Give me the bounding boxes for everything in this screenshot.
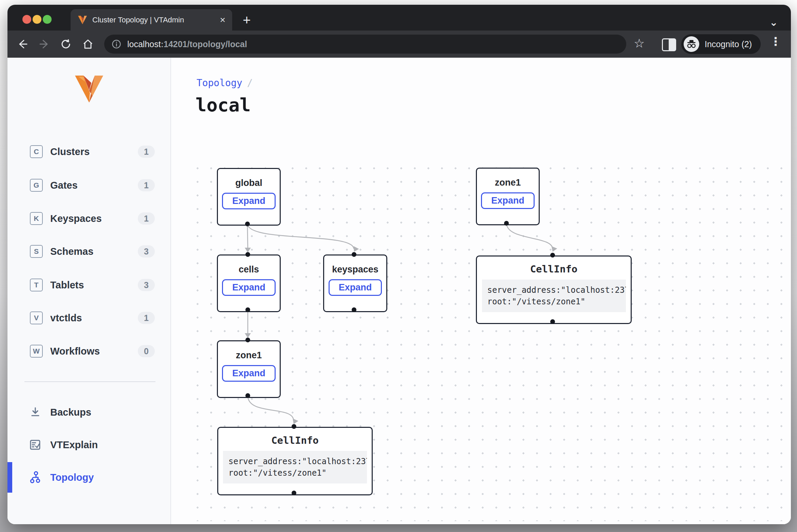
- sidebar-item-keyspaces[interactable]: K Keyspaces 1: [7, 208, 170, 229]
- node-cellinfo-bottom[interactable]: CellInfo server_address:"localhost:2379"…: [217, 427, 373, 495]
- sidebar-item-gates[interactable]: G Gates 1: [7, 175, 170, 195]
- sidebar-item-topology[interactable]: Topology: [7, 467, 170, 488]
- count-badge: 1: [138, 146, 155, 158]
- sidebar-item-label: Clusters: [50, 146, 90, 157]
- node-cellinfo-right[interactable]: CellInfo server_address:"localhost:2379"…: [476, 255, 632, 324]
- sidebar-item-label: VTExplain: [50, 439, 98, 451]
- keyspaces-letter-icon: K: [30, 212, 43, 225]
- sidebar-item-label: vtctlds: [50, 312, 82, 324]
- sidebar-divider: [24, 381, 155, 382]
- browser-window: Cluster Topology | VTAdmin × + ⌄: [7, 5, 791, 524]
- expand-button[interactable]: Expand: [481, 192, 535, 209]
- breadcrumb: Topology/: [197, 77, 253, 89]
- page-title: local: [196, 94, 251, 116]
- main-content: Topology/ local global Expand zone1 Expa…: [171, 58, 791, 524]
- vitess-logo: [75, 75, 103, 103]
- url-host: localhost: [127, 39, 161, 49]
- node-title: zone1: [236, 350, 262, 361]
- sidebar-item-backups[interactable]: Backups: [7, 402, 170, 422]
- maximize-window-button[interactable]: [43, 15, 52, 24]
- node-title: keyspaces: [332, 264, 378, 275]
- vtctlds-letter-icon: V: [30, 311, 43, 324]
- side-panel-icon[interactable]: [662, 38, 676, 51]
- gates-letter-icon: G: [30, 179, 43, 192]
- node-title: cells: [239, 264, 259, 275]
- new-tab-button[interactable]: +: [238, 11, 256, 29]
- node-title: CellInfo: [271, 435, 319, 446]
- expand-button[interactable]: Expand: [222, 279, 276, 296]
- expand-button[interactable]: Expand: [222, 365, 276, 382]
- browser-menu-icon[interactable]: ⋮: [770, 35, 781, 48]
- sidebar-item-label: Tablets: [50, 280, 84, 291]
- sidebar-item-clusters[interactable]: C Clusters 1: [7, 141, 170, 162]
- vitess-favicon: [78, 16, 87, 24]
- vtadmin-app: C Clusters 1 G Gates 1 K Keyspaces 1 S S…: [7, 58, 791, 524]
- address-bar[interactable]: localhost:14201/topology/local: [104, 35, 626, 54]
- home-button[interactable]: [81, 37, 95, 51]
- sidebar-item-vtexplain[interactable]: VTExplain: [7, 435, 170, 455]
- sidebar-item-vtctlds[interactable]: V vtctlds 1: [7, 308, 170, 328]
- incognito-label: Incognito (2): [705, 39, 752, 49]
- node-zone1-bottom[interactable]: zone1 Expand: [217, 340, 281, 398]
- incognito-badge[interactable]: Incognito (2): [681, 34, 761, 54]
- clusters-letter-icon: C: [30, 145, 43, 158]
- count-badge: 3: [138, 279, 155, 291]
- sidebar-item-workflows[interactable]: W Workflows 0: [7, 341, 170, 361]
- node-global[interactable]: global Expand: [217, 168, 281, 226]
- tab-search-chevron-icon[interactable]: ⌄: [770, 16, 778, 28]
- sidebar: C Clusters 1 G Gates 1 K Keyspaces 1 S S…: [7, 58, 171, 524]
- sidebar-item-schemas[interactable]: S Schemas 3: [7, 241, 170, 262]
- tablets-letter-icon: T: [30, 279, 43, 291]
- node-cells[interactable]: cells Expand: [217, 254, 281, 312]
- forward-button[interactable]: [38, 37, 51, 51]
- org-chart-icon: [29, 471, 42, 484]
- reload-button[interactable]: [59, 37, 73, 51]
- browser-tab[interactable]: Cluster Topology | VTAdmin ×: [71, 9, 232, 31]
- screenshot-root: Cluster Topology | VTAdmin × + ⌄: [0, 0, 797, 532]
- browser-toolbar: localhost:14201/topology/local ☆ Incogni…: [7, 31, 791, 58]
- sidebar-item-label: Gates: [50, 180, 78, 191]
- active-item-indicator: [7, 462, 12, 493]
- cellinfo-code: server_address:"localhost:2379" root:"/v…: [482, 280, 626, 312]
- sidebar-item-tablets[interactable]: T Tablets 3: [7, 275, 170, 295]
- expand-button[interactable]: Expand: [329, 279, 382, 296]
- breadcrumb-separator: /: [247, 77, 253, 89]
- incognito-spy-icon: [684, 36, 699, 52]
- breadcrumb-topology-link[interactable]: Topology: [197, 77, 242, 89]
- tab-close-icon[interactable]: ×: [220, 15, 225, 25]
- tab-strip: Cluster Topology | VTAdmin × + ⌄: [7, 5, 791, 31]
- sidebar-item-label: Topology: [50, 472, 94, 483]
- schemas-letter-icon: S: [30, 245, 43, 258]
- site-info-icon[interactable]: [112, 39, 121, 49]
- minimize-window-button[interactable]: [33, 15, 41, 24]
- expand-button[interactable]: Expand: [222, 193, 276, 209]
- back-button[interactable]: [16, 37, 29, 51]
- count-badge: 0: [138, 345, 155, 357]
- sidebar-item-label: Keyspaces: [50, 213, 102, 224]
- node-keyspaces[interactable]: keyspaces Expand: [323, 254, 387, 312]
- download-icon: [29, 405, 42, 419]
- count-badge: 1: [138, 212, 155, 225]
- node-title: global: [235, 178, 262, 188]
- document-check-icon: [29, 438, 42, 452]
- url-path: :14201/topology/local: [161, 39, 247, 49]
- node-title: zone1: [495, 177, 521, 188]
- cellinfo-code: server_address:"localhost:2379" root:"/v…: [223, 451, 367, 483]
- close-window-button[interactable]: [22, 15, 31, 24]
- count-badge: 3: [138, 245, 155, 258]
- sidebar-item-label: Backups: [50, 407, 91, 418]
- sidebar-item-label: Schemas: [50, 246, 93, 257]
- node-zone1-top[interactable]: zone1 Expand: [476, 168, 540, 225]
- sidebar-item-label: Workflows: [50, 346, 100, 357]
- count-badge: 1: [138, 179, 155, 191]
- node-title: CellInfo: [530, 263, 578, 275]
- count-badge: 1: [138, 312, 155, 324]
- bookmark-star-icon[interactable]: ☆: [634, 36, 645, 51]
- workflows-letter-icon: W: [30, 345, 43, 358]
- tab-title: Cluster Topology | VTAdmin: [92, 16, 184, 24]
